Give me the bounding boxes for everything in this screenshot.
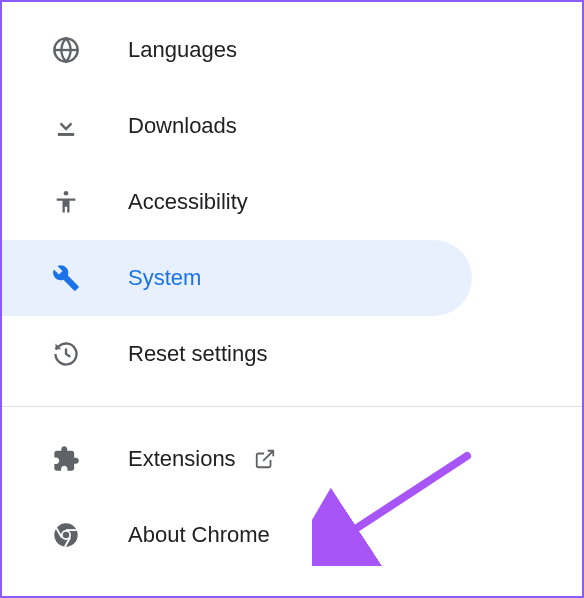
divider xyxy=(2,406,582,407)
chrome-icon xyxy=(52,521,80,549)
sidebar-item-label: Reset settings xyxy=(128,341,267,367)
download-icon xyxy=(52,112,80,140)
wrench-icon xyxy=(52,264,80,292)
svg-point-7 xyxy=(63,532,70,539)
sidebar-item-label: About Chrome xyxy=(128,522,270,548)
reset-icon xyxy=(52,340,80,368)
accessibility-icon xyxy=(52,188,80,216)
sidebar-item-label: Accessibility xyxy=(128,189,248,215)
sidebar-item-languages[interactable]: Languages xyxy=(2,12,472,88)
puzzle-icon xyxy=(52,445,80,473)
external-link-icon xyxy=(254,448,276,470)
sidebar-item-label: Downloads xyxy=(128,113,237,139)
svg-line-4 xyxy=(263,451,273,461)
globe-icon xyxy=(52,36,80,64)
settings-sidebar: Languages Downloads Accessibility System xyxy=(2,2,582,573)
svg-point-3 xyxy=(64,191,69,196)
sidebar-item-reset-settings[interactable]: Reset settings xyxy=(2,316,472,392)
sidebar-item-extensions[interactable]: Extensions xyxy=(2,421,472,497)
sidebar-item-label: System xyxy=(128,265,201,291)
sidebar-item-downloads[interactable]: Downloads xyxy=(2,88,472,164)
svg-rect-2 xyxy=(58,133,74,136)
sidebar-item-system[interactable]: System xyxy=(2,240,472,316)
sidebar-item-accessibility[interactable]: Accessibility xyxy=(2,164,472,240)
sidebar-item-label: Languages xyxy=(128,37,237,63)
sidebar-item-about-chrome[interactable]: About Chrome xyxy=(2,497,472,573)
sidebar-item-label: Extensions xyxy=(128,446,236,472)
